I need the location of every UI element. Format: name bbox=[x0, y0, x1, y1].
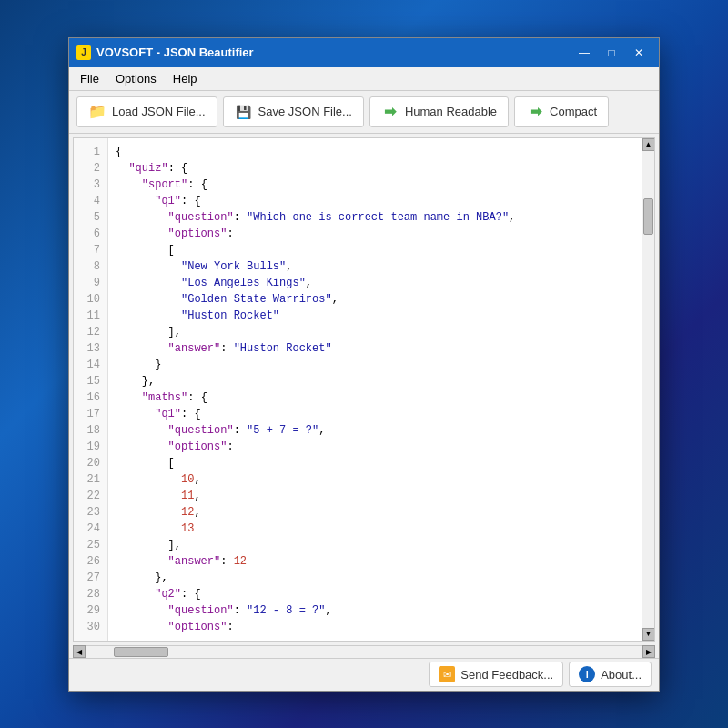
code-segment: ], bbox=[116, 537, 181, 553]
code-line: "Los Angeles Kings", bbox=[116, 275, 634, 291]
line-number: 13 bbox=[74, 340, 107, 357]
code-segment bbox=[116, 586, 155, 602]
save-label: Save JSON File... bbox=[258, 105, 352, 118]
save-icon: 💾 bbox=[235, 103, 253, 121]
code-segment: , bbox=[325, 602, 331, 619]
code-segment: "options" bbox=[168, 439, 228, 455]
code-line: }, bbox=[116, 373, 634, 389]
code-segment: : bbox=[234, 422, 247, 439]
code-line: "answer": "Huston Rocket" bbox=[116, 340, 634, 357]
code-line: }, bbox=[116, 570, 634, 586]
menu-file[interactable]: File bbox=[73, 69, 106, 88]
title-controls: — □ ✕ bbox=[571, 44, 652, 62]
line-number: 15 bbox=[74, 373, 107, 389]
code-segment bbox=[116, 553, 168, 570]
app-icon: J bbox=[76, 46, 91, 60]
scroll-up-button[interactable]: ▲ bbox=[642, 138, 655, 151]
code-line: ], bbox=[116, 537, 634, 553]
code-segment bbox=[116, 619, 168, 635]
close-button[interactable]: ✕ bbox=[626, 44, 652, 62]
about-label: About... bbox=[601, 668, 642, 682]
code-segment bbox=[116, 389, 142, 406]
code-line: "question": "Which one is correct team n… bbox=[116, 209, 634, 226]
scroll-down-button[interactable]: ▼ bbox=[642, 628, 655, 641]
code-line: "q1": { bbox=[116, 406, 634, 422]
code-segment: "q1" bbox=[155, 193, 181, 209]
line-number: 2 bbox=[74, 160, 107, 177]
human-readable-button[interactable]: ➡ Human Readable bbox=[369, 96, 509, 127]
code-segment: "question" bbox=[168, 602, 234, 619]
code-segment: 12 bbox=[181, 504, 194, 521]
editor-container: 1234567891011121314151617181920212223242… bbox=[73, 137, 655, 642]
code-line: "answer": 12 bbox=[116, 553, 634, 570]
scroll-thumb-horizontal[interactable] bbox=[114, 647, 168, 657]
code-line: } bbox=[116, 357, 634, 373]
code-segment bbox=[116, 471, 181, 488]
code-segment: , bbox=[194, 504, 200, 521]
code-segment: { bbox=[116, 144, 122, 160]
code-segment bbox=[116, 258, 181, 275]
arrow-right-icon: ➡ bbox=[381, 103, 399, 121]
maximize-button[interactable]: □ bbox=[599, 44, 624, 62]
code-segment: "Which one is correct team name in NBA?" bbox=[247, 209, 509, 226]
scroll-track-vertical[interactable] bbox=[642, 151, 654, 628]
code-segment: : { bbox=[181, 586, 201, 602]
code-segment: "Huston Rocket" bbox=[234, 340, 332, 357]
code-segment: "q2" bbox=[155, 586, 181, 602]
horizontal-scrollbar[interactable]: ◀ ▶ bbox=[73, 645, 655, 658]
code-segment: : bbox=[234, 209, 247, 226]
human-readable-label: Human Readable bbox=[405, 105, 497, 118]
line-number: 6 bbox=[74, 226, 107, 242]
code-segment: : bbox=[227, 439, 233, 455]
compact-button[interactable]: ➡ Compact bbox=[514, 96, 609, 127]
save-json-button[interactable]: 💾 Save JSON File... bbox=[223, 96, 364, 127]
about-button[interactable]: i About... bbox=[569, 662, 652, 687]
line-number: 16 bbox=[74, 389, 107, 406]
code-segment: , bbox=[332, 291, 339, 308]
toolbar: 📁 Load JSON File... 💾 Save JSON File... … bbox=[69, 91, 659, 134]
vertical-scrollbar[interactable]: ▲ ▼ bbox=[642, 138, 654, 641]
scroll-track-horizontal[interactable] bbox=[86, 646, 642, 658]
code-segment: }, bbox=[116, 373, 155, 389]
code-line: "options": bbox=[116, 619, 634, 635]
code-segment: 13 bbox=[181, 521, 194, 537]
code-segment bbox=[116, 275, 181, 291]
code-area[interactable]: { "quiz": { "sport": { "q1": { "question… bbox=[108, 138, 642, 641]
load-label: Load JSON File... bbox=[112, 105, 206, 118]
menu-help[interactable]: Help bbox=[166, 69, 205, 88]
folder-icon: 📁 bbox=[88, 103, 106, 121]
title-bar: J VOVSOFT - JSON Beautifier — □ ✕ bbox=[69, 38, 659, 67]
code-segment: "answer" bbox=[168, 553, 221, 570]
minimize-button[interactable]: — bbox=[571, 44, 597, 62]
code-segment bbox=[116, 406, 155, 422]
line-number: 12 bbox=[74, 324, 107, 340]
line-number: 17 bbox=[74, 406, 107, 422]
line-number: 22 bbox=[74, 488, 107, 504]
code-segment: "answer" bbox=[168, 340, 221, 357]
feedback-button[interactable]: ✉ Send Feedback... bbox=[429, 662, 563, 687]
scroll-thumb-vertical[interactable] bbox=[643, 198, 653, 235]
line-number: 10 bbox=[74, 291, 107, 308]
code-segment bbox=[116, 521, 181, 537]
code-segment: "Golden State Warriros" bbox=[181, 291, 332, 308]
menu-bar: File Options Help bbox=[69, 67, 659, 91]
line-number: 20 bbox=[74, 455, 107, 471]
scroll-left-button[interactable]: ◀ bbox=[73, 645, 86, 658]
code-segment: "options" bbox=[168, 226, 228, 242]
code-segment bbox=[116, 193, 155, 209]
code-segment: "sport" bbox=[142, 177, 187, 193]
code-segment: : bbox=[227, 226, 233, 242]
menu-options[interactable]: Options bbox=[108, 69, 164, 88]
load-json-button[interactable]: 📁 Load JSON File... bbox=[76, 96, 217, 127]
line-number: 30 bbox=[74, 619, 107, 635]
line-number: 4 bbox=[74, 193, 107, 209]
line-number: 19 bbox=[74, 439, 107, 455]
code-segment: ], bbox=[116, 324, 181, 340]
window-title: VOVSOFT - JSON Beautifier bbox=[96, 46, 254, 59]
info-icon: i bbox=[579, 666, 595, 682]
line-number: 7 bbox=[74, 242, 107, 258]
scroll-right-button[interactable]: ▶ bbox=[642, 645, 655, 658]
code-segment: 10 bbox=[181, 471, 194, 488]
code-segment: , bbox=[306, 275, 312, 291]
line-number: 14 bbox=[74, 357, 107, 373]
